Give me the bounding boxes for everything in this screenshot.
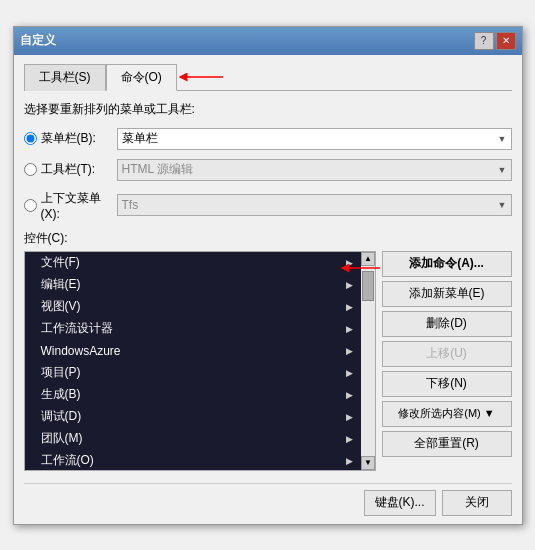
customize-dialog: 自定义 ? ✕ 工具栏(S) 命令(O): [13, 26, 523, 525]
annotation-arrow-btn: [340, 255, 385, 281]
buttons-column: 添加命令(A)... 添加新菜单(E) 删除(D) 上移(U) 下移(N) 修改…: [382, 251, 512, 471]
tabs-container: 工具栏(S) 命令(O): [24, 63, 512, 91]
toolbar-radio[interactable]: [24, 163, 37, 176]
list-item[interactable]: 生成(B)▶: [25, 384, 361, 406]
title-bar: 自定义 ? ✕: [14, 27, 522, 55]
contextmenu-combo[interactable]: Tfs ▼: [117, 194, 512, 216]
help-button[interactable]: ?: [474, 32, 494, 50]
toolbar-row: 工具栏(T): HTML 源编辑 ▼: [24, 159, 512, 181]
list-item[interactable]: 文件(F)▶: [25, 252, 361, 274]
move-down-button[interactable]: 下移(N): [382, 371, 512, 397]
contextmenu-radio[interactable]: [24, 199, 37, 212]
add-menu-button[interactable]: 添加新菜单(E): [382, 281, 512, 307]
contextmenu-radio-label[interactable]: 上下文菜单(X):: [24, 190, 109, 221]
controls-label: 控件(C):: [24, 230, 512, 247]
select-label: 选择要重新排列的菜单或工具栏:: [24, 101, 512, 118]
dialog-body: 工具栏(S) 命令(O) 选择要重新排列的菜单或工具栏:: [14, 55, 522, 524]
add-command-button[interactable]: 添加命令(A)...: [382, 251, 512, 277]
list-container: 文件(F)▶编辑(E)▶视图(V)▶工作流设计器▶WindowsAzure▶项目…: [24, 251, 376, 471]
list-item[interactable]: 团队(M)▶: [25, 428, 361, 450]
dialog-title: 自定义: [20, 32, 56, 49]
reset-all-button[interactable]: 全部重置(R): [382, 431, 512, 457]
tab-command[interactable]: 命令(O): [106, 64, 177, 91]
title-controls: ? ✕: [474, 32, 516, 50]
list-item[interactable]: 项目(P)▶: [25, 362, 361, 384]
menubar-radio[interactable]: [24, 132, 37, 145]
delete-button[interactable]: 删除(D): [382, 311, 512, 337]
close-title-button[interactable]: ✕: [496, 32, 516, 50]
list-item[interactable]: 调试(D)▶: [25, 406, 361, 428]
toolbar-combo[interactable]: HTML 源编辑 ▼: [117, 159, 512, 181]
bottom-row: 键盘(K)... 关闭: [24, 483, 512, 516]
toolbar-radio-label[interactable]: 工具栏(T):: [24, 161, 109, 178]
toolbar-combo-arrow: ▼: [498, 165, 507, 175]
list-item[interactable]: 工作流(O)▶: [25, 450, 361, 470]
scrollbar[interactable]: ▲ ▼: [361, 252, 375, 470]
annotation-arrow-tab: [173, 63, 228, 91]
list-item[interactable]: 编辑(E)▶: [25, 274, 361, 296]
menubar-combo-arrow: ▼: [498, 134, 507, 144]
list-item[interactable]: 视图(V)▶: [25, 296, 361, 318]
main-area: 文件(F)▶编辑(E)▶视图(V)▶工作流设计器▶WindowsAzure▶项目…: [24, 251, 512, 471]
modify-selected-button[interactable]: 修改所选内容(M) ▼: [382, 401, 512, 427]
list-item[interactable]: 工作流设计器▶: [25, 318, 361, 340]
scroll-down-btn[interactable]: ▼: [361, 456, 375, 470]
contextmenu-combo-arrow: ▼: [498, 200, 507, 210]
list-item[interactable]: WindowsAzure▶: [25, 340, 361, 362]
list-inner[interactable]: 文件(F)▶编辑(E)▶视图(V)▶工作流设计器▶WindowsAzure▶项目…: [25, 252, 361, 470]
menubar-radio-label[interactable]: 菜单栏(B):: [24, 130, 109, 147]
controls-section: 控件(C): 文件(F)▶编辑(E)▶视图(V)▶工作流设计器▶WindowsA…: [24, 230, 512, 471]
move-up-button[interactable]: 上移(U): [382, 341, 512, 367]
tab-toolbar[interactable]: 工具栏(S): [24, 64, 106, 91]
menubar-row: 菜单栏(B): 菜单栏 ▼: [24, 128, 512, 150]
scroll-track[interactable]: [361, 266, 375, 456]
keyboard-button[interactable]: 键盘(K)...: [364, 490, 436, 516]
contextmenu-row: 上下文菜单(X): Tfs ▼: [24, 190, 512, 221]
menubar-combo[interactable]: 菜单栏 ▼: [117, 128, 512, 150]
close-button[interactable]: 关闭: [442, 490, 512, 516]
